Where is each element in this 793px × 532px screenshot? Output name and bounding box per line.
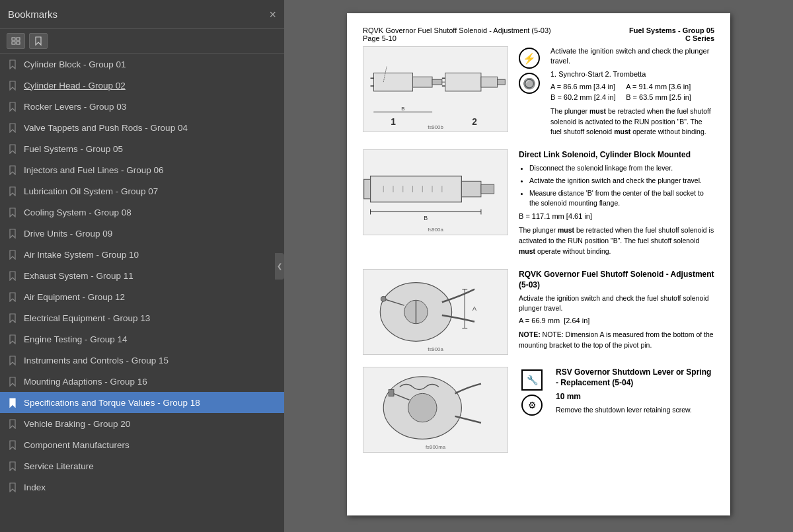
page-header: RQVK Governor Fuel Shutoff Solenoid - Ad… (363, 26, 714, 42)
bookmark-item-specifications[interactable]: Specifications and Torque Values - Group… (0, 392, 284, 413)
bookmark-icon-cooling (7, 208, 19, 217)
s1-instruction: Activate the ignition switch and check t… (550, 46, 714, 67)
bookmark-item-rocker-levers[interactable]: Rocker Levers - Group 03 (0, 96, 284, 117)
svg-rect-6 (432, 79, 442, 85)
bookmark-item-instruments[interactable]: Instruments and Controls - Group 15 (0, 350, 284, 371)
sidebar-close-button[interactable]: × (269, 9, 276, 20)
bookmark-icon-index (7, 482, 19, 492)
section-1-text: Activate the ignition switch and check t… (550, 46, 714, 137)
section-3-text: RQVK Governor Fuel Shutoff Solenoid - Ad… (519, 269, 714, 351)
bookmark-item-valve-tappets[interactable]: Valve Tappets and Push Rods - Group 04 (0, 117, 284, 138)
svg-text:fs900a: fs900a (428, 346, 443, 352)
s3-dim-a: A = 66.9 mm [2.64 in] (519, 316, 714, 326)
bookmark-item-fuel-systems[interactable]: Fuel Systems - Group 05 (0, 138, 284, 159)
bookmark-icon-fuel-systems (7, 144, 19, 154)
bookmark-label-service-lit: Service Literature (24, 461, 276, 471)
bookmark-item-vehicle-braking[interactable]: Vehicle Braking - Group 20 (0, 413, 284, 434)
s4-instruction: Remove the shutdown lever retaining scre… (556, 405, 714, 415)
bookmark-label-lubrication: Lubrication Oil System - Group 07 (24, 186, 276, 196)
s2-bullet1: Disconnect the solenoid linkage from the… (529, 163, 714, 174)
bookmark-label-component-mfr: Component Manufacturers (24, 440, 276, 450)
bookmark-icon-instruments (7, 356, 19, 365)
s2-body: The plunger must be retracted when the f… (519, 225, 714, 256)
s1-dim-b1: B = 60.2 mm [2.4 in] (550, 93, 626, 102)
sidebar-title: Bookmarks (8, 9, 57, 20)
bookmark-item-exhaust[interactable]: Exhaust System - Group 11 (0, 265, 284, 286)
section-1: 1 B (363, 46, 714, 137)
s2-bullet3: Measure distance 'B' from the center of … (529, 188, 714, 209)
toolbar-bookmark-button[interactable] (29, 33, 48, 49)
svg-rect-22 (371, 176, 462, 202)
s1-dim-a2: A = 91.4 mm [3.6 in] (626, 82, 691, 92)
svg-rect-51 (389, 389, 394, 396)
page-header-left: RQVK Governor Fuel Shutoff Solenoid - Ad… (363, 26, 551, 42)
sidebar: Bookmarks × Cylinder Block - Group 01 Cy… (0, 0, 284, 532)
bookmark-icon-injectors (7, 165, 19, 175)
s4-dim: 10 mm (556, 391, 714, 402)
svg-point-42 (381, 296, 386, 301)
bookmark-label-valve-tappets: Valve Tappets and Push Rods - Group 04 (24, 123, 276, 133)
sidebar-header: Bookmarks × (0, 0, 284, 29)
s2-title: Direct Link Solenoid, Cylinder Block Mou… (519, 149, 714, 161)
svg-text:B: B (401, 106, 404, 112)
bookmark-icon-rocker-levers (7, 102, 19, 112)
bookmark-item-component-mfr[interactable]: Component Manufacturers (0, 434, 284, 455)
bookmark-list: Cylinder Block - Group 01 Cylinder Head … (0, 54, 284, 532)
s4-title: RSV Governor Shutdown Lever or Spring - … (556, 367, 714, 389)
svg-rect-5 (413, 77, 433, 87)
section-4-text: RSV Governor Shutdown Lever or Spring - … (556, 367, 714, 415)
bookmark-item-air-equipment[interactable]: Air Equipment - Group 12 (0, 286, 284, 307)
svg-rect-15 (445, 73, 481, 91)
svg-text:2: 2 (472, 117, 477, 127)
bookmark-label-fuel-systems: Fuel Systems - Group 05 (24, 144, 276, 154)
bookmark-item-injectors[interactable]: Injectors and Fuel Lines - Group 06 (0, 159, 284, 180)
bookmark-item-index[interactable]: Index (0, 476, 284, 498)
gear-icon: ⚙ (521, 395, 543, 416)
svg-rect-4 (373, 73, 412, 91)
wrench-icon: 🔧 (521, 369, 543, 391)
bookmark-icon-engine-testing (7, 334, 19, 344)
s2-bullet2: Activate the ignition switch and check t… (529, 176, 714, 186)
bookmark-label-injectors: Injectors and Fuel Lines - Group 06 (24, 165, 276, 175)
bookmark-item-engine-testing[interactable]: Engine Testing - Group 14 (0, 328, 284, 350)
svg-rect-3 (17, 42, 20, 44)
bookmark-item-cooling[interactable]: Cooling System - Group 08 (0, 202, 284, 223)
diagram-4-container: fs900ma (363, 367, 508, 453)
bookmark-icon-air-intake (7, 250, 19, 260)
bookmark-item-drive-units[interactable]: Drive Units - Group 09 (0, 223, 284, 244)
bookmark-item-air-intake[interactable]: Air Intake System - Group 10 (0, 244, 284, 265)
svg-text:1: 1 (391, 117, 396, 127)
bookmark-label-engine-testing: Engine Testing - Group 14 (24, 334, 276, 344)
bookmark-label-air-intake: Air Intake System - Group 10 (24, 250, 276, 260)
bookmark-label-cooling: Cooling System - Group 08 (24, 208, 276, 217)
svg-rect-2 (12, 42, 15, 44)
bookmark-label-cylinder-head: Cylinder Head - Group 02 (24, 81, 276, 91)
bookmark-item-service-lit[interactable]: Service Literature (0, 455, 284, 476)
bookmark-label-instruments: Instruments and Controls - Group 15 (24, 356, 276, 365)
svg-rect-0 (12, 38, 15, 40)
bookmark-item-lubrication[interactable]: Lubrication Oil System - Group 07 (0, 180, 284, 202)
diagram-2-container: B fs900a (363, 149, 508, 235)
s1-dim-a1: A = 86.6 mm [3.4 in] (550, 82, 626, 92)
bookmark-icon-component-mfr (7, 440, 19, 450)
bookmark-item-mounting[interactable]: Mounting Adaptions - Group 16 (0, 371, 284, 392)
s3-instruction: Activate the ignition switch and check t… (519, 293, 714, 313)
toolbar-menu-button[interactable] (7, 33, 25, 49)
bookmark-label-rocker-levers: Rocker Levers - Group 03 (24, 102, 276, 112)
diagram-1: 1 B (363, 46, 508, 132)
bookmark-item-cylinder-block[interactable]: Cylinder Block - Group 01 (0, 54, 284, 75)
document-page: RQVK Governor Fuel Shutoff Solenoid - Ad… (347, 13, 730, 515)
diagram-3: A fs900a (363, 269, 508, 355)
diagram-2: B fs900a (363, 149, 508, 235)
bookmark-icon-drive-units (7, 229, 19, 239)
bookmark-label-vehicle-braking: Vehicle Braking - Group 20 (24, 419, 276, 429)
bookmark-icon-lubrication (7, 186, 19, 196)
bookmark-item-cylinder-head[interactable]: Cylinder Head - Group 02 (0, 75, 284, 96)
bookmark-icon-electrical (7, 313, 19, 323)
bookmark-item-electrical[interactable]: Electrical Equipment - Group 13 (0, 307, 284, 328)
collapse-panel-button[interactable]: ❮ (275, 253, 284, 280)
bookmark-icon-service-lit (7, 461, 19, 471)
bookmark-icon-mounting (7, 377, 19, 387)
s1-dim-b2: B = 63.5 mm [2.5 in] (626, 93, 691, 102)
svg-text:fs900ma: fs900ma (426, 444, 446, 450)
